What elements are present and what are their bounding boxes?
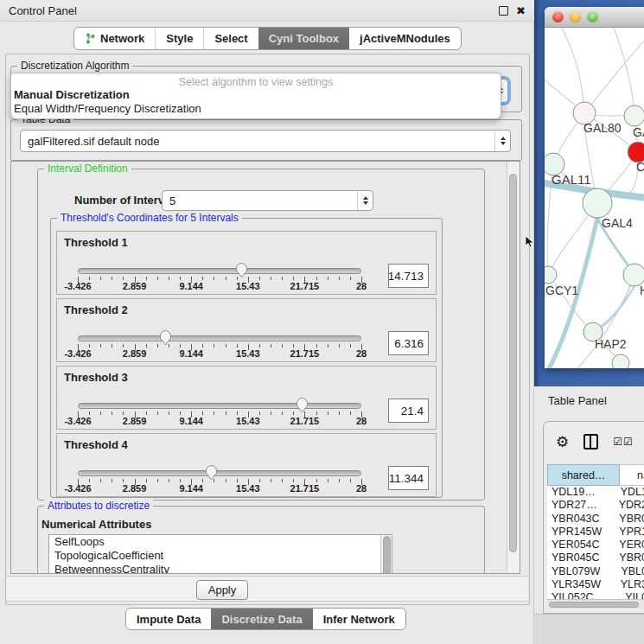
- combo-spinner-icon[interactable]: [494, 131, 510, 151]
- minor-tick: [169, 479, 169, 482]
- threshold-value-field[interactable]: 6.316: [388, 331, 429, 355]
- tab-style[interactable]: Style: [155, 28, 203, 49]
- table-panel-titlebar: Table Panel: [534, 386, 644, 415]
- network-canvas[interactable]: GAL80GACGAL11GAL4GCY1HHAP2: [545, 28, 644, 368]
- slider-track[interactable]: [78, 470, 361, 476]
- slider-track[interactable]: [78, 403, 361, 409]
- minor-tick: [180, 277, 181, 280]
- tab-label: Select: [214, 32, 247, 45]
- threshold-value-field[interactable]: 21.4: [388, 399, 429, 423]
- slider-thumb[interactable]: [205, 464, 218, 481]
- minor-tick: [89, 344, 90, 348]
- minor-tick: [123, 277, 124, 280]
- tab-network[interactable]: Network: [74, 28, 155, 49]
- number-of-intervals-combobox[interactable]: 5: [162, 190, 373, 211]
- tab-label: Infer Network: [323, 613, 395, 626]
- table-column-header-shared[interactable]: shared…: [547, 464, 620, 486]
- table-data-group: Table Data galFiltered.sif default node: [10, 119, 522, 161]
- tick-label: 28: [356, 281, 367, 291]
- table-row[interactable]: YBL079WYBL0: [547, 565, 644, 578]
- mouse-cursor: [525, 235, 535, 249]
- bottom-tab-strip: Impute DataDiscretize DataInfer Network: [125, 608, 406, 630]
- threshold-box-3: Threshold 3-3.4262.8599.14415.4321.71528…: [56, 366, 437, 430]
- table-row[interactable]: YIL052CYIL0: [547, 591, 644, 599]
- column-layout-icon[interactable]: [583, 434, 598, 450]
- minor-tick: [226, 344, 226, 348]
- algorithm-option-manual-discretization[interactable]: Manual Discretization: [14, 88, 130, 101]
- tab-infer-network[interactable]: Infer Network: [313, 609, 405, 629]
- network-window-titlebar[interactable]: [545, 7, 644, 28]
- scrollbar-thumb[interactable]: [549, 602, 639, 608]
- float-window-icon[interactable]: [499, 6, 508, 16]
- cell-name: YDR2: [612, 499, 644, 512]
- settings-panel-scrollbar[interactable]: [507, 162, 520, 573]
- attribute-item-betweennesscentrality[interactable]: BetweennessCentrality: [49, 563, 392, 574]
- table-row[interactable]: YPR145WYPR1: [547, 526, 644, 539]
- tab-discretize-data[interactable]: Discretize Data: [211, 609, 312, 629]
- network-graph: GAL80GACGAL11GAL4GCY1HHAP2: [545, 28, 644, 368]
- network-node-gcy1[interactable]: [545, 266, 557, 284]
- slider-thumb[interactable]: [296, 397, 309, 413]
- network-node-label: GAL80: [583, 121, 622, 135]
- cell-shared-name: YER054C: [547, 539, 612, 552]
- table-row[interactable]: YLR345WYLR3: [547, 578, 644, 591]
- cell-name: YPR1: [612, 526, 644, 539]
- minimize-traffic-light-icon[interactable]: [570, 11, 581, 22]
- screenshot-root: Control Panel ✖ NetworkStyleSelectCyni T…: [0, 0, 644, 644]
- minor-tick: [328, 277, 328, 280]
- minor-tick: [350, 277, 351, 280]
- combo-spinner-icon[interactable]: [357, 191, 373, 210]
- numerical-attributes-list[interactable]: SelfLoopsTopologicalCoefficientBetweenne…: [48, 534, 392, 574]
- tab-label: Discretize Data: [221, 613, 302, 626]
- tick-label: 2.859: [123, 348, 147, 359]
- apply-button[interactable]: Apply: [196, 580, 248, 600]
- slider-track[interactable]: [78, 268, 361, 274]
- tab-select[interactable]: Select: [203, 28, 258, 49]
- slider-track[interactable]: [78, 335, 361, 341]
- table-row[interactable]: YER054CYER0: [547, 539, 644, 552]
- minor-tick: [282, 479, 283, 482]
- zoom-traffic-light-icon[interactable]: [587, 11, 598, 22]
- minor-tick: [237, 411, 238, 415]
- minor-tick: [169, 344, 169, 348]
- network-node-top-right[interactable]: [624, 105, 644, 126]
- close-traffic-light-icon[interactable]: [552, 11, 564, 22]
- gear-icon[interactable]: ⚙: [556, 435, 569, 450]
- table-column-header-name[interactable]: na: [620, 464, 644, 486]
- minor-tick: [328, 344, 328, 348]
- slider-thumb[interactable]: [159, 329, 172, 346]
- table-row[interactable]: YDL19…YDL1: [547, 486, 644, 499]
- minor-tick: [271, 411, 271, 415]
- tick-label: -3.426: [64, 281, 91, 291]
- minor-tick: [157, 411, 158, 415]
- threshold-value-field[interactable]: 14.713: [388, 264, 429, 288]
- cell-name: YER0: [612, 539, 644, 552]
- minor-tick: [339, 344, 340, 348]
- network-node-gal4[interactable]: [583, 188, 612, 218]
- threshold-value-field[interactable]: 11.344: [388, 466, 429, 490]
- network-edge: [584, 38, 644, 113]
- table-horizontal-scrollbar[interactable]: [547, 599, 644, 609]
- tab-jactivemnodules[interactable]: jActiveMNodules: [349, 28, 461, 49]
- attribute-item-selfloops[interactable]: SelfLoops: [49, 535, 392, 549]
- table-data-combobox[interactable]: galFiltered.sif default node: [20, 130, 511, 152]
- tick-label: -3.426: [64, 483, 91, 494]
- attributes-list-scrollbar[interactable]: [380, 535, 392, 574]
- table-row[interactable]: YBR043CYBR0: [547, 513, 644, 526]
- minor-tick: [339, 277, 340, 280]
- table-row[interactable]: YBR045CYBR0: [547, 552, 644, 564]
- minor-tick: [259, 344, 260, 348]
- scrollbar-thumb[interactable]: [509, 174, 517, 552]
- scrollbar-thumb[interactable]: [383, 536, 391, 574]
- tick-label: 28: [356, 483, 367, 494]
- algorithm-option-equal-width-frequency-discretization[interactable]: Equal Width/Frequency Discretization: [14, 102, 201, 115]
- close-icon[interactable]: ✖: [516, 5, 526, 16]
- attribute-item-topologicalcoefficient[interactable]: TopologicalCoefficient: [49, 549, 392, 563]
- tab-impute-data[interactable]: Impute Data: [126, 609, 211, 629]
- network-node-bottom-partial[interactable]: [612, 354, 629, 368]
- minor-tick: [282, 344, 283, 348]
- select-columns-icon[interactable]: ☑☑: [613, 437, 634, 447]
- tab-cyni-toolbox[interactable]: Cyni Toolbox: [258, 28, 349, 49]
- tick-label: 21.715: [290, 483, 320, 494]
- table-row[interactable]: YDR27…YDR2: [547, 499, 644, 512]
